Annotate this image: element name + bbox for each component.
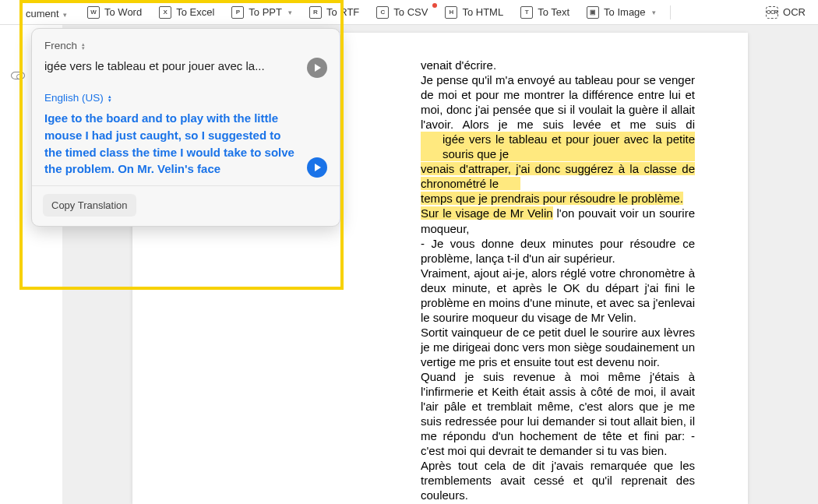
- ocr-icon: OCR: [766, 6, 778, 19]
- to-text-button[interactable]: TTo Text: [514, 5, 576, 20]
- to-rtf-button[interactable]: RTo RTF: [303, 5, 365, 20]
- to-html-button[interactable]: HTo HTML: [439, 5, 509, 20]
- copy-translation-button[interactable]: Copy Translation: [43, 194, 136, 217]
- csv-icon: C: [376, 6, 389, 19]
- ocr-button[interactable]: OCROCR: [760, 5, 812, 20]
- separator: [670, 5, 671, 19]
- chevron-down-icon: ▾: [288, 9, 292, 16]
- text-paragraph: Vraiment, ajout ai-je, alors réglé votre…: [421, 266, 695, 325]
- highlighted-text: temps que je prendrais pour résoudre le …: [421, 192, 683, 205]
- text-paragraph: Je pense qu'il m'a envoyé au tableau pou…: [421, 72, 695, 236]
- target-language-selector[interactable]: English (US) ▴▾: [44, 92, 327, 104]
- new-badge-icon: [432, 3, 437, 8]
- word-icon: W: [87, 6, 100, 19]
- text-paragraph: Sortit vainqueur de ce petit duel le sou…: [421, 325, 695, 369]
- translation-panel: French ▴▾ igée vers le tableau et pour j…: [31, 28, 340, 227]
- chevron-down-icon: ▾: [652, 9, 656, 16]
- rtf-icon: R: [309, 6, 322, 19]
- text-line: venait d'écrire.: [421, 58, 695, 72]
- to-word-button[interactable]: WTo Word: [81, 5, 148, 20]
- sort-icon: ▴▾: [82, 42, 85, 50]
- source-text: igée vers le tableau et pour jouer avec …: [44, 58, 265, 74]
- toolbar: cument ▾ WTo Word XTo Excel PTo PPT▾ RTo…: [0, 0, 818, 25]
- translated-text: Igee to the board and to play with the l…: [44, 110, 299, 178]
- image-icon: ▣: [587, 6, 599, 19]
- html-icon: H: [445, 6, 457, 19]
- sort-icon: ▴▾: [108, 94, 111, 102]
- text-paragraph: Après tout cela de dit j'avais remarquée…: [421, 458, 695, 502]
- text-paragraph: Quand je suis revenue à moi même j'étais…: [421, 369, 695, 458]
- text-paragraph: - Je vous donne deux minutes pour résoud…: [421, 236, 695, 266]
- to-ppt-button[interactable]: PTo PPT▾: [225, 5, 298, 20]
- to-image-button[interactable]: ▣To Image▾: [580, 5, 661, 20]
- highlighted-text: venais d'attraper, j'ai donc suggérez à …: [421, 162, 695, 190]
- excel-icon: X: [159, 6, 171, 19]
- visibility-icon[interactable]: [11, 72, 25, 79]
- highlighted-text: Sur le visage de Mr Velin: [421, 206, 553, 220]
- highlighted-text: igée vers le tableau et pour jouer avec …: [421, 132, 695, 161]
- text-icon: T: [520, 6, 533, 19]
- to-excel-button[interactable]: XTo Excel: [153, 5, 220, 20]
- to-csv-button[interactable]: CTo CSV: [370, 5, 434, 20]
- source-language-selector[interactable]: French ▴▾: [44, 40, 327, 51]
- play-translation-button[interactable]: [307, 157, 327, 178]
- ppt-icon: P: [231, 6, 244, 19]
- title-fragment: cument ▾: [26, 8, 67, 19]
- play-source-button[interactable]: [307, 58, 327, 78]
